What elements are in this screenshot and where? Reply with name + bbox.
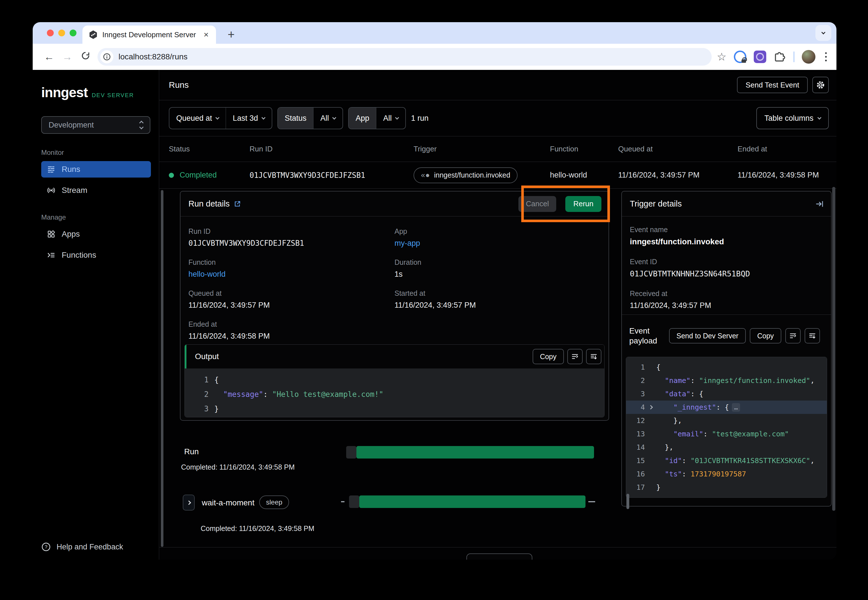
settings-button[interactable] [812, 77, 829, 93]
ended-at-cell: 11/16/2024, 3:49:58 PM [737, 171, 836, 180]
wrap-text-icon [789, 332, 797, 340]
app-link[interactable]: my-app [395, 239, 601, 248]
send-to-dev-server-button[interactable]: Send to Dev Server [669, 328, 746, 344]
extensions-puzzle-icon[interactable] [774, 51, 786, 63]
run-details-panel: Run details Cancel Rerun Run ID 01JCVBTM… [180, 191, 609, 421]
maximize-window-button[interactable] [70, 30, 76, 36]
panel-scrollbar-thumb[interactable] [627, 494, 629, 509]
reload-icon [81, 51, 90, 61]
expand-payload-button[interactable] [804, 328, 820, 344]
expand-step-button[interactable] [183, 495, 195, 511]
url-bar[interactable]: localhost:8288/runs [97, 48, 712, 66]
trigger-details-panel: Trigger details Event name inngest/funct… [621, 191, 832, 506]
page-scrollbar[interactable] [832, 187, 835, 511]
inngest-logo: inngest [41, 85, 88, 100]
code-line: 2 "name": "inngest/function.invoked", [626, 374, 827, 387]
copy-output-button[interactable]: Copy [533, 349, 564, 364]
screenshot-background: Inngest Development Server × + ← → [0, 0, 868, 600]
tab-close-icon[interactable]: × [202, 30, 210, 39]
expand-output-button[interactable] [586, 349, 601, 364]
run-details-fields: Run ID 01JCVBTMV3WXY9D3CFDEJFZSB1 App my… [181, 217, 609, 341]
sidebar: inngest DEV SERVER Development Monitor R… [33, 70, 159, 560]
queued-at-cell: 11/16/2024, 3:49:57 PM [618, 171, 737, 180]
column-header-queued-at[interactable]: Queued at [618, 145, 737, 153]
collapse-panel-icon[interactable] [815, 200, 824, 208]
back-button[interactable]: ← [40, 51, 58, 63]
environment-select[interactable]: Development [41, 116, 150, 134]
chevron-down-icon [332, 115, 336, 119]
run-bar[interactable] [357, 446, 594, 459]
table-row[interactable]: Completed 01JCVBTMV3WXY9D3CFDEJFZSB1 «● … [159, 162, 836, 188]
monitor-section-label: Monitor [41, 148, 159, 156]
trigger-badge[interactable]: «● inngest/function.invoked [414, 167, 517, 183]
tab-search-button[interactable] [815, 25, 832, 41]
expand-chevron-icon[interactable] [648, 405, 653, 410]
dev-server-label: DEV SERVER [92, 92, 134, 98]
sidebar-item-label: Stream [62, 186, 87, 195]
minimize-window-button[interactable] [58, 30, 65, 36]
profile-avatar[interactable] [802, 50, 815, 64]
reload-button[interactable] [76, 51, 95, 63]
collapsed-code-line[interactable]: 4 "_inngest": {… [626, 401, 827, 414]
functions-icon [47, 251, 55, 259]
close-window-button[interactable] [47, 30, 54, 36]
trigger-details-header: Trigger details [622, 191, 831, 217]
partial-load-more-button[interactable] [466, 553, 532, 560]
external-link-icon[interactable] [234, 200, 241, 208]
help-and-feedback[interactable]: ? Help and Feedback [41, 542, 123, 552]
bookmark-star-icon[interactable]: ☆ [717, 51, 727, 63]
password-manager-extension-icon[interactable] [734, 51, 747, 63]
status-text: Completed [180, 171, 217, 180]
column-header-run-id[interactable]: Run ID [250, 145, 414, 153]
code-line: 16 "ts": 1731790197587 [626, 467, 827, 481]
browser-tab[interactable]: Inngest Development Server × [82, 26, 216, 44]
browser-toolbar: ← → localhost:8288/runs ☆ [33, 44, 836, 70]
function-cell: hello-world [550, 171, 618, 180]
sidebar-item-functions[interactable]: Functions [41, 247, 151, 264]
step-completed-text: Completed: 11/16/2024, 3:49:58 PM [201, 524, 314, 533]
time-field-dropdown[interactable]: Queued at [169, 108, 226, 129]
new-tab-button[interactable]: + [228, 26, 235, 43]
scroll-down-icon [808, 332, 816, 340]
field-event-id: Event ID 01JCVBTMTKNHNHZ3SN64R51BQD [630, 258, 823, 278]
sidebar-item-apps[interactable]: Apps [41, 226, 151, 242]
column-header-function[interactable]: Function [550, 145, 618, 153]
logo-row: inngest DEV SERVER [41, 85, 159, 100]
info-icon [103, 53, 111, 61]
column-header-status[interactable]: Status [169, 145, 250, 153]
status-filter-label: Status [278, 108, 314, 129]
app-filter-value: All [383, 114, 392, 123]
browser-menu-button[interactable] [823, 52, 829, 61]
field-run-id: Run ID 01JCVBTMV3WXY9D3CFDEJFZSB1 [188, 227, 395, 248]
chevron-down-icon [215, 115, 219, 119]
run-count: 1 run [411, 114, 429, 123]
status-filter-dropdown[interactable]: All [313, 108, 343, 129]
purple-extension-icon[interactable] [754, 51, 766, 63]
sidebar-item-runs[interactable]: Runs [41, 161, 151, 177]
environment-select-value: Development [49, 121, 94, 130]
app-filter-dropdown[interactable]: All [376, 108, 405, 129]
time-range-dropdown[interactable]: Last 3d [226, 108, 272, 129]
function-link[interactable]: hello-world [188, 270, 395, 279]
forward-button[interactable]: → [58, 51, 76, 63]
column-header-ended-at[interactable]: Ended at [737, 145, 836, 153]
field-app: App my-app [395, 227, 601, 248]
table-columns-button[interactable]: Table columns [756, 107, 829, 129]
sidebar-item-stream[interactable]: Stream [41, 182, 151, 198]
stream-icon [47, 186, 55, 195]
send-test-event-button[interactable]: Send Test Event [737, 77, 808, 93]
step-bar-queue-segment [349, 495, 359, 508]
copy-payload-button[interactable]: Copy [750, 328, 781, 344]
step-bar[interactable] [359, 495, 586, 508]
code-line: 13 "email": "test@example.com" [626, 427, 827, 441]
chevron-down-icon [395, 115, 399, 119]
window-controls [47, 30, 76, 36]
column-header-trigger[interactable]: Trigger [414, 145, 550, 153]
wrap-text-button[interactable] [785, 328, 801, 344]
wrap-text-button[interactable] [567, 349, 583, 364]
site-info-button[interactable] [100, 50, 114, 64]
collapsed-ellipsis[interactable]: … [732, 403, 740, 412]
lock-icon [742, 59, 746, 63]
content-scrollbar[interactable] [161, 190, 164, 547]
divider [159, 188, 836, 189]
